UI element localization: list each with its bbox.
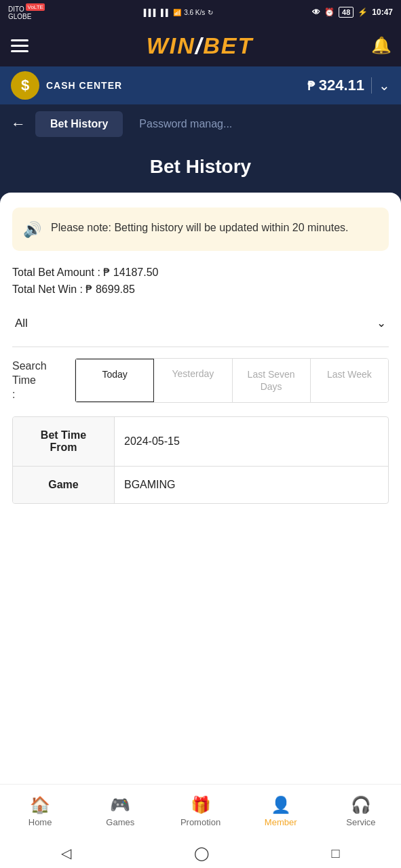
carrier2: GLOBE (8, 13, 45, 20)
alarm-icon: ⏰ (324, 7, 335, 17)
tab-bet-history[interactable]: Bet History (35, 111, 123, 137)
time-display: 10:47 (372, 7, 393, 17)
tab-bar: ← Bet History Password manag... (0, 104, 401, 144)
sys-back-button[interactable]: ◁ (47, 842, 85, 864)
table-row: Bet TimeFrom 2024-05-15 (13, 417, 388, 467)
search-time-section: SearchTime: Today Yesterday Last Seven D… (12, 358, 389, 403)
search-time-label: SearchTime: (12, 359, 66, 401)
bet-table: Bet TimeFrom 2024-05-15 Game BGAMING (12, 416, 389, 504)
bet-time-from-value: 2024-05-15 (115, 417, 388, 466)
dropdown-arrow-icon: ⌄ (377, 316, 386, 330)
filter-dropdown[interactable]: All ⌄ (12, 309, 389, 337)
network-speed: 3.6 K/s (184, 9, 205, 16)
time-btn-last-week[interactable]: Last Week (311, 359, 388, 402)
home-label: Home (28, 817, 52, 827)
nav-home[interactable]: 🏠 Home (0, 785, 80, 838)
promotion-label: Promotion (180, 817, 221, 827)
service-label: Service (346, 817, 375, 827)
signal-icons: ▌▌▌ ▌▌ 📶 3.6 K/s ↻ (144, 9, 214, 16)
carrier-info: DITO VoLTE GLOBE (8, 4, 45, 20)
time-btn-last-seven[interactable]: Last Seven Days (233, 359, 311, 402)
charging-icon: ⚡ (358, 7, 368, 17)
nav-games[interactable]: 🎮 Games (80, 785, 160, 838)
carrier1: DITO VoLTE (8, 4, 45, 13)
total-net-currency: ₱ (85, 283, 92, 295)
total-net-row: Total Net Win : ₱ 8699.85 (12, 283, 389, 296)
time-btn-yesterday[interactable]: Yesterday (154, 359, 232, 402)
speaker-icon: 🔊 (23, 221, 41, 239)
cash-icon: $ (11, 71, 39, 100)
games-icon: 🎮 (110, 795, 130, 814)
back-button[interactable]: ← (7, 111, 30, 137)
total-net-amount: 8699.85 (96, 283, 135, 295)
bet-time-from-label: Bet TimeFrom (13, 417, 115, 466)
menu-button[interactable] (11, 39, 28, 52)
dropdown-selected-value: All (15, 317, 28, 330)
nav-member[interactable]: 👤 Member (241, 785, 321, 838)
search-time-buttons: Today Yesterday Last Seven Days Last Wee… (75, 358, 389, 403)
notice-box: 🔊 Please note: Betting history will be u… (12, 208, 389, 251)
total-net-label: Total Net Win : (12, 283, 83, 295)
service-icon: 🎧 (351, 795, 371, 814)
wifi-icon: 📶 (173, 9, 181, 16)
tab-password-manage[interactable]: Password manag... (128, 111, 243, 137)
app-header: WIN/BET 🔔 (0, 24, 401, 66)
bottom-nav: 🏠 Home 🎮 Games 🎁 Promotion 👤 Member 🎧 Se… (0, 784, 401, 838)
notification-bell-icon[interactable]: 🔔 (371, 36, 390, 55)
signal1-icon: ▌▌▌ (144, 9, 158, 16)
time-btn-today[interactable]: Today (75, 358, 155, 403)
promotion-icon: 🎁 (191, 795, 211, 814)
system-nav-bar: ◁ ◯ □ (0, 838, 401, 868)
sync-icon: ↻ (208, 9, 213, 16)
member-icon: 👤 (271, 795, 291, 814)
table-row: Game BGAMING (13, 467, 388, 503)
sys-recent-button[interactable]: □ (318, 843, 354, 864)
battery-icon: 48 (339, 7, 354, 18)
member-label: Member (265, 817, 297, 827)
nav-promotion[interactable]: 🎁 Promotion (160, 785, 240, 838)
eye-icon: 👁 (312, 7, 320, 17)
total-bet-row: Total Bet Amount : ₱ 14187.50 (12, 266, 389, 279)
games-label: Games (106, 817, 134, 827)
notice-text: Please note: Betting history will be upd… (51, 220, 348, 236)
nav-service[interactable]: 🎧 Service (321, 785, 401, 838)
status-bar: DITO VoLTE GLOBE ▌▌▌ ▌▌ 📶 3.6 K/s ↻ 👁 ⏰ … (0, 0, 401, 24)
total-bet-amount: 14187.50 (113, 267, 159, 278)
cash-amount: ₱ 324.11 (307, 77, 364, 94)
page-title-section: Bet History (0, 144, 401, 193)
sys-home-button[interactable]: ◯ (180, 842, 223, 864)
cash-center-bar: $ CASH CENTER ₱ 324.11 ⌄ (0, 66, 401, 104)
game-label: Game (13, 467, 115, 503)
nav-bar-wrapper: 🏠 Home 🎮 Games 🎁 Promotion 👤 Member 🎧 Se… (0, 784, 401, 868)
page-title: Bet History (0, 156, 401, 178)
total-bet-label: Total Bet Amount : (12, 267, 100, 278)
home-icon: 🏠 (30, 795, 50, 814)
game-value: BGAMING (115, 467, 388, 503)
main-content: 🔊 Please note: Betting history will be u… (0, 193, 401, 868)
stats-section: Total Bet Amount : ₱ 14187.50 Total Net … (12, 266, 389, 296)
filter-dropdown-section: All ⌄ (12, 309, 389, 347)
cash-dropdown-button[interactable]: ⌄ (371, 77, 390, 94)
status-right: 👁 ⏰ 48 ⚡ 10:47 (312, 7, 393, 18)
logo: WIN/BET (147, 33, 254, 59)
cash-center-label: CASH CENTER (46, 80, 301, 91)
total-bet-currency: ₱ (103, 267, 110, 278)
signal2-icon: ▌▌ (161, 9, 170, 16)
